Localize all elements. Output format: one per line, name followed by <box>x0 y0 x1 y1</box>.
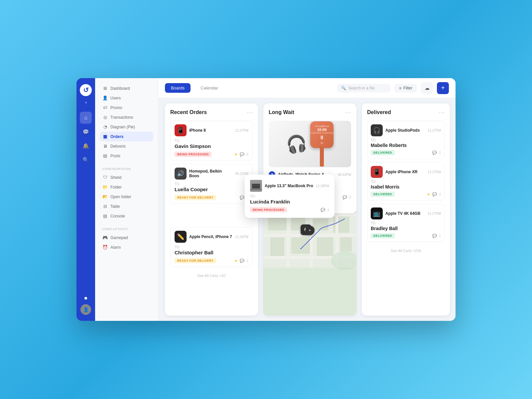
longwait-time: 06:52PM <box>338 173 351 177</box>
studiopods-comments: 2 <box>439 151 441 155</box>
dashboard-icon: ⊞ <box>102 86 108 91</box>
macbook-thumb <box>250 180 262 192</box>
rail-search-icon[interactable]: 🔍 <box>80 154 92 166</box>
tab-calendar[interactable]: Calendar <box>195 83 224 93</box>
studiopods-name: Apple StudioPods <box>385 128 425 133</box>
macbook-time: 12:39PM <box>316 184 329 188</box>
svg-rect-17 <box>252 184 260 189</box>
pencil-status: READY FOR DELIVERY <box>175 258 216 263</box>
star-icon[interactable]: ★ <box>234 259 238 263</box>
search-box[interactable]: 🔍 Search in a file <box>337 84 390 92</box>
sidebar-config-section: CONFIGURATION 🛡 Shield 📁 Folder 📂 Open f… <box>95 163 158 221</box>
macbook-comments: 4 <box>327 208 329 212</box>
rail-bell-icon[interactable]: 🔔 <box>80 140 92 152</box>
svg-rect-8 <box>340 237 352 251</box>
pencil-customer: Christopher Ball <box>175 250 248 255</box>
iphone8-customer: Gavin Simpson <box>175 143 248 149</box>
iphonexr-name: Apple iPhone XR <box>385 170 425 174</box>
svg-rect-6 <box>291 237 310 254</box>
star-icon[interactable]: ★ <box>427 192 430 197</box>
deliveris-icon: 🖥 <box>102 144 108 149</box>
iphone8-name: iPhone 8 <box>189 128 232 133</box>
delivered-see-all[interactable]: See All Carts +234 <box>367 245 445 253</box>
pencil-thumb: ✏️ <box>175 231 187 243</box>
delivered-menu[interactable]: ⋯ <box>439 109 445 116</box>
svg-rect-7 <box>317 237 333 256</box>
sidebar-item-folder[interactable]: 📁 Folder <box>100 182 153 192</box>
sidebar-item-alarm[interactable]: ⏰ Alarm <box>100 242 153 252</box>
homepod-name: Homepod, Belkin Boos <box>189 169 232 178</box>
cloud-icon: ☁ <box>425 85 430 91</box>
sidebar-item-posts[interactable]: ▤ Posts <box>100 151 153 161</box>
user-avatar[interactable]: 👤 <box>80 304 91 315</box>
sidebar-item-gamepad[interactable]: 🎮 Gamepad <box>100 233 153 242</box>
delivered-header: Delivered ⋯ <box>367 109 445 116</box>
sidebar-item-shield[interactable]: 🛡 Shield <box>100 173 153 182</box>
add-button[interactable]: + <box>437 82 449 94</box>
chevron-down-icon: ▾ <box>85 101 87 104</box>
sidebar-item-dashboard[interactable]: ⊞ Dashboard <box>100 83 153 93</box>
recent-orders-column: Recent Orders ⋯ 📱 iPhone 8 11:27PM TO: G… <box>165 103 258 316</box>
icon-rail: ↺ ▾ ⌂ 💬 🔔 🔍 👤 <box>76 78 95 321</box>
delivered-card-iphonexr: 📱 Apple iPhone XR 11:27PM TO: Isabel Mor… <box>367 162 445 200</box>
filter-button[interactable]: ≡ Filter <box>394 84 417 92</box>
sidebar-item-transactions[interactable]: ◎ Transactions <box>100 112 153 122</box>
longwait-product-image: 🎧 YoungBlood 10:09 5 Seconds of Summer ⏸… <box>269 121 351 167</box>
homepod-thumb: 🔊 <box>175 168 187 180</box>
delivered-column: Delivered ⋯ 🎧 Apple StudioPods 11:27PM T… <box>362 103 450 316</box>
sidebar-item-open-folder[interactable]: 📂 Open folder <box>100 192 153 201</box>
comment-icon: 💬 <box>342 195 347 200</box>
shield-icon: 🛡 <box>102 175 108 180</box>
gamepad-icon: 🎮 <box>102 235 108 240</box>
watch-display: YoungBlood 10:09 5 Seconds of Summer ⏸ ⊙ <box>310 121 333 167</box>
header: Boards Calendar 🔍 Search in a file ≡ Fil… <box>158 78 456 98</box>
delivered-card-appletv: 📺 Apple TV 4K 64GB 11:27PM TO: Bradley B… <box>367 204 445 242</box>
filter-icon: ≡ <box>399 86 401 90</box>
order-card-pencil: ✏️ Apple Pencil, iPhone 7 11:34PM TO: Ch… <box>170 227 253 267</box>
cloud-button[interactable]: ☁ <box>421 82 433 94</box>
users-icon: 👤 <box>102 95 108 100</box>
sidebar-item-users[interactable]: 👤 Users <box>100 93 153 103</box>
sidebar-item-deliveris[interactable]: 🖥 Deliveris <box>100 141 153 151</box>
sidebar: ⊞ Dashboard 👤 Users 🏷 Promo ◎ Transactio… <box>95 78 158 321</box>
search-icon: 🔍 <box>341 86 346 90</box>
delivered-card-studiopods: 🎧 Apple StudioPods 11:27PM TO: Mabelle R… <box>367 121 445 159</box>
star-icon[interactable]: ★ <box>234 152 238 157</box>
sidebar-item-diagram[interactable]: ◔ Diagram (Pie) <box>100 122 153 132</box>
longwait-menu[interactable]: ⋯ <box>345 109 351 116</box>
app-logo[interactable]: ↺ <box>80 84 92 96</box>
iphonexr-time: 11:27PM <box>428 170 441 174</box>
comment-icon: 💬 <box>240 152 244 157</box>
airpods-icon: 🎧 <box>285 133 308 155</box>
transactions-icon: ◎ <box>102 115 108 120</box>
recent-orders-see-all[interactable]: See All Carts +62 <box>170 270 253 278</box>
appletv-name: Apple TV 4K 64GB <box>385 211 425 216</box>
svg-rect-5 <box>270 237 284 256</box>
sidebar-item-table[interactable]: ⊟ Table <box>100 201 153 211</box>
rail-chat-icon[interactable]: 💬 <box>80 126 92 138</box>
rail-dot <box>84 297 87 300</box>
sidebar-item-promo[interactable]: 🏷 Promo <box>100 103 153 112</box>
search-placeholder: Search in a file <box>348 86 374 90</box>
appletv-thumb: 📺 <box>371 207 383 219</box>
main-content: Boards Calendar 🔍 Search in a file ≡ Fil… <box>158 78 456 321</box>
sidebar-item-orders[interactable]: ▦ Orders <box>100 132 153 141</box>
iphonexr-customer: Isabel Morris <box>371 184 441 190</box>
folder-icon: 📁 <box>102 185 108 190</box>
sidebar-item-console[interactable]: ▤ Console <box>100 211 153 221</box>
board-area: Recent Orders ⋯ 📱 iPhone 8 11:27PM TO: G… <box>158 98 456 321</box>
homepod-status: READY FOR DELIVERY <box>175 195 216 200</box>
app-shell: ↺ ▾ ⌂ 💬 🔔 🔍 👤 ⊞ Dashboard 👤 Users 🏷 Prom… <box>76 78 456 321</box>
svg-rect-18 <box>250 189 262 190</box>
svg-rect-1 <box>268 216 287 230</box>
popup-card-macbook: Apple 13.3" MacBook Pro 12:39PM TO: Luci… <box>245 175 334 218</box>
recent-orders-title: Recent Orders <box>170 109 207 115</box>
recent-orders-header: Recent Orders ⋯ <box>170 109 253 116</box>
macbook-customer: Lucinda Franklin <box>250 199 329 204</box>
rail-home-icon[interactable]: ⌂ <box>80 112 92 124</box>
tab-boards[interactable]: Boards <box>165 83 191 93</box>
pencil-name: Apple Pencil, iPhone 7 <box>189 234 232 239</box>
diagram-icon: ◔ <box>102 124 108 129</box>
macbook-status: BEING PROCESSED <box>250 207 287 212</box>
recent-orders-menu[interactable]: ⋯ <box>247 109 253 116</box>
